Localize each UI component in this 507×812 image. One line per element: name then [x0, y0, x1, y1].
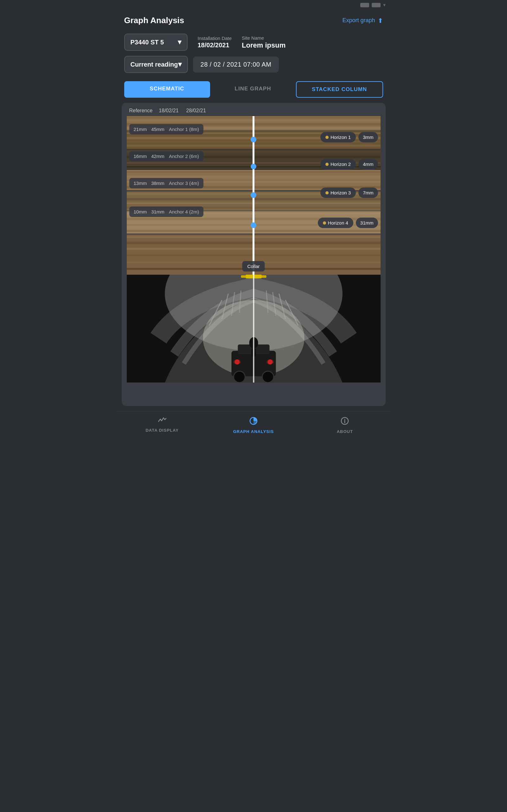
site-info: Site Name Lorem ipsum — [242, 35, 285, 49]
horizon-1-label: Horizon 1 3mm — [320, 132, 378, 142]
rock-section: 21mm 45mm Anchor 1 (8m) 16mm 42mm Anchor… — [127, 116, 381, 275]
nav-graph-analysis[interactable]: GRAPH ANALYSIS — [208, 416, 299, 434]
anchor-4-name: Anchor 4 (2m) — [169, 209, 199, 214]
horizon-4-dot — [250, 222, 257, 228]
controls-section: P3440 ST 5 ▾ Installation Date 18/02/202… — [117, 31, 391, 78]
date-time-display: 28 / 02 / 2021 07:00 AM — [193, 56, 279, 72]
export-graph-button[interactable]: Export graph ⬆ — [342, 17, 383, 24]
signal-icon — [372, 3, 381, 7]
anchor-1-label: 21mm 45mm Anchor 1 (8m) — [129, 124, 204, 135]
anchor-3-mm2: 38mm — [151, 181, 164, 186]
horizon-1-dot — [250, 137, 257, 142]
export-icon: ⬆ — [378, 17, 383, 24]
device-value: P3440 ST 5 — [130, 39, 164, 46]
battery-icon — [360, 3, 369, 7]
horizon-2-name: Horizon 2 — [320, 159, 356, 169]
installation-value: 18/02/2021 — [198, 42, 232, 49]
anchor-3-name: Anchor 3 (4m) — [169, 181, 199, 186]
pie-chart-icon — [249, 416, 258, 427]
horizon-3-label: Horizon 3 7mm — [320, 188, 378, 198]
horizon-3-name: Horizon 3 — [320, 188, 356, 198]
controls-row-1: P3440 ST 5 ▾ Installation Date 18/02/202… — [124, 34, 383, 51]
nav-graph-analysis-label: GRAPH ANALYSIS — [233, 429, 274, 434]
horizon-2-dot-icon — [326, 163, 329, 166]
header: Graph Analysis Export graph ⬆ — [117, 9, 391, 31]
export-label: Export graph — [342, 17, 375, 24]
anchor-1-mm1: 21mm — [134, 126, 147, 132]
horizon-3-dot-icon — [326, 191, 329, 194]
tab-stacked-column[interactable]: STACKED COLUMN — [296, 81, 383, 98]
ref-date-2: 28/02/21 — [186, 108, 206, 113]
reference-labels: Reference 18/02/21 28/02/21 — [127, 108, 381, 113]
dropdown-arrow-icon: ▾ — [383, 2, 386, 8]
tab-schematic[interactable]: SCHEMATIC — [124, 81, 210, 98]
schematic-container: Reference 18/02/21 28/02/21 — [122, 103, 386, 406]
device-chevron-icon: ▾ — [178, 38, 181, 46]
tunnel-section — [127, 275, 381, 383]
horizon-3-value: 7mm — [358, 188, 378, 198]
horizon-4-name: Horizon 4 — [318, 217, 353, 228]
nav-about[interactable]: ABOUT — [299, 416, 390, 434]
anchor-2-name: Anchor 2 (6m) — [169, 154, 199, 159]
horizon-4-label: Horizon 4 31mm — [318, 217, 378, 228]
nav-data-display[interactable]: DATA DISPLAY — [117, 416, 208, 434]
collar-label: Collar — [242, 261, 265, 271]
ref-date-1: 18/02/21 — [159, 108, 178, 113]
anchor-1-name: Anchor 1 (8m) — [169, 126, 199, 132]
anchor-2-label: 16mm 42mm Anchor 2 (6m) — [129, 151, 204, 161]
horizon-2-value: 4mm — [358, 159, 378, 169]
anchor-4-label: 10mm 31mm Anchor 4 (2m) — [129, 206, 204, 217]
installation-info: Installation Date 18/02/2021 — [198, 36, 232, 49]
nav-data-display-label: DATA DISPLAY — [146, 428, 178, 433]
svg-point-59 — [233, 359, 241, 364]
horizon-4-dot-icon — [323, 221, 326, 224]
svg-point-57 — [262, 371, 274, 383]
horizon-1-dot-icon — [326, 136, 329, 139]
svg-point-61 — [266, 359, 274, 364]
schematic-inner: Reference 18/02/21 28/02/21 — [122, 103, 386, 383]
anchor-3-label: 13mm 38mm Anchor 3 (4m) — [129, 178, 204, 189]
reading-value: Current reading — [130, 61, 178, 68]
page-title: Graph Analysis — [124, 15, 184, 26]
horizon-3-dot — [250, 192, 257, 198]
activity-icon — [158, 416, 167, 426]
anchor-1-mm2: 45mm — [151, 126, 164, 132]
reference-title: Reference — [129, 108, 153, 113]
horizon-1-name: Horizon 1 — [320, 132, 356, 142]
horizon-2-dot — [250, 164, 257, 169]
tab-line-graph[interactable]: LINE GRAPH — [210, 81, 296, 98]
site-value: Lorem ipsum — [242, 41, 285, 49]
horizon-4-value: 31mm — [356, 217, 378, 228]
reading-chevron-icon: ▾ — [178, 60, 181, 68]
controls-row-2: Current reading ▾ 28 / 02 / 2021 07:00 A… — [124, 56, 383, 73]
anchor-3-mm1: 13mm — [134, 181, 147, 186]
status-bar: ▾ — [117, 0, 391, 9]
reading-dropdown[interactable]: Current reading ▾ — [124, 56, 188, 73]
nav-about-label: ABOUT — [337, 429, 353, 434]
svg-point-70 — [344, 419, 345, 420]
anchor-2-mm2: 42mm — [151, 154, 164, 159]
site-label: Site Name — [242, 35, 285, 41]
svg-point-56 — [233, 371, 245, 383]
device-dropdown[interactable]: P3440 ST 5 ▾ — [124, 34, 187, 51]
installation-label: Installation Date — [198, 36, 232, 41]
info-icon — [340, 416, 349, 427]
tab-bar: SCHEMATIC LINE GRAPH STACKED COLUMN — [124, 81, 383, 98]
bottom-nav: DATA DISPLAY GRAPH ANALYSIS ABOUT — [117, 411, 391, 438]
horizon-1-value: 3mm — [358, 132, 378, 142]
anchor-4-mm2: 31mm — [151, 209, 164, 214]
anchor-2-mm1: 16mm — [134, 154, 147, 159]
horizon-2-label: Horizon 2 4mm — [320, 159, 378, 169]
anchor-4-mm1: 10mm — [134, 209, 147, 214]
